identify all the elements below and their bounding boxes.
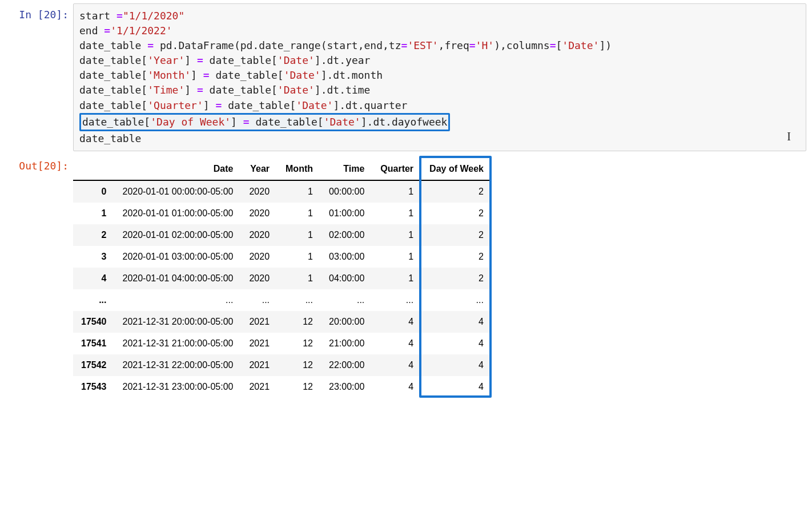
cell: 12 xyxy=(278,311,321,333)
cell: 4 xyxy=(421,333,492,354)
cell: 2021-12-31 23:00:00-05:00 xyxy=(115,376,242,398)
code-line-2: end ='1/1/2022' xyxy=(79,25,172,37)
cell: 4 xyxy=(372,333,421,354)
cell: 1 xyxy=(278,246,321,268)
code-line-3: date_table = pd.DataFrame(pd.date_range(… xyxy=(79,39,612,51)
cell: 1 xyxy=(372,246,421,268)
input-prompt: In [20]: xyxy=(6,3,73,21)
cell: 2 xyxy=(421,203,492,224)
cell: 1 xyxy=(278,180,321,203)
cell: 2020 xyxy=(241,224,278,246)
col-month: Month xyxy=(278,158,321,180)
code-line-1: start ="1/1/2020" xyxy=(79,10,184,22)
cell: 20:00:00 xyxy=(321,311,372,333)
table-row: 12020-01-01 01:00:00-05:002020101:00:001… xyxy=(73,203,492,224)
cell: 4 xyxy=(421,376,492,398)
output-prompt: Out[20]: xyxy=(6,155,73,172)
cell: ... xyxy=(421,289,492,311)
cell: 2021 xyxy=(241,333,278,354)
code-line-9: date_table xyxy=(79,132,141,144)
row-index: 17543 xyxy=(73,376,115,398)
table-header: Date Year Month Time Quarter Day of Week xyxy=(73,158,492,180)
cell: 1 xyxy=(372,180,421,203)
cell: ... xyxy=(321,289,372,311)
table-row: 175412021-12-31 21:00:00-05:0020211221:0… xyxy=(73,333,492,354)
col-dayofweek: Day of Week xyxy=(421,158,492,180)
cell: 02:00:00 xyxy=(321,224,372,246)
input-cell: In [20]: start ="1/1/2020" end ='1/1/202… xyxy=(6,3,806,151)
table-row: 42020-01-01 04:00:00-05:002020104:00:001… xyxy=(73,268,492,289)
cell: 2020-01-01 04:00:00-05:00 xyxy=(115,268,242,289)
cell: 4 xyxy=(372,376,421,398)
dataframe-table: Date Year Month Time Quarter Day of Week… xyxy=(73,158,492,398)
cell: 23:00:00 xyxy=(321,376,372,398)
output-area: Date Year Month Time Quarter Day of Week… xyxy=(73,155,806,399)
cell: 2020-01-01 02:00:00-05:00 xyxy=(115,224,242,246)
table-body: 02020-01-01 00:00:00-05:002020100:00:001… xyxy=(73,180,492,398)
cell: 2021-12-31 21:00:00-05:00 xyxy=(115,333,242,354)
cell: 2020-01-01 03:00:00-05:00 xyxy=(115,246,242,268)
row-index: 3 xyxy=(73,246,115,268)
cell: 2021-12-31 20:00:00-05:00 xyxy=(115,311,242,333)
cell: 04:00:00 xyxy=(321,268,372,289)
col-year: Year xyxy=(241,158,278,180)
row-index: 4 xyxy=(73,268,115,289)
cell: ... xyxy=(372,289,421,311)
row-index: 17540 xyxy=(73,311,115,333)
cell: 21:00:00 xyxy=(321,333,372,354)
cell: 1 xyxy=(372,268,421,289)
code-line-7: date_table['Quarter'] = date_table['Date… xyxy=(79,99,407,111)
col-index xyxy=(73,158,115,180)
cell: 1 xyxy=(278,203,321,224)
table-row: 02020-01-01 00:00:00-05:002020100:00:001… xyxy=(73,180,492,203)
code-line-4: date_table['Year'] = date_table['Date'].… xyxy=(79,54,370,66)
cell: 12 xyxy=(278,376,321,398)
cell: 1 xyxy=(372,224,421,246)
cell: 2020 xyxy=(241,246,278,268)
output-cell: Out[20]: Date Year Month Time Quarter Da… xyxy=(6,155,806,399)
cell: ... xyxy=(115,289,242,311)
code-line-8-highlighted: date_table['Day of Week'] = date_table['… xyxy=(79,113,450,131)
cell: 03:00:00 xyxy=(321,246,372,268)
cell: 4 xyxy=(372,311,421,333)
cell: 12 xyxy=(278,354,321,376)
cell: 2 xyxy=(421,224,492,246)
row-index: 17541 xyxy=(73,333,115,354)
table-row: 22020-01-01 02:00:00-05:002020102:00:001… xyxy=(73,224,492,246)
cell: 2020-01-01 01:00:00-05:00 xyxy=(115,203,242,224)
table-row: ..................... xyxy=(73,289,492,311)
cell: 2020 xyxy=(241,180,278,203)
cell: 22:00:00 xyxy=(321,354,372,376)
table-row: 175422021-12-31 22:00:00-05:0020211222:0… xyxy=(73,354,492,376)
code-input[interactable]: start ="1/1/2020" end ='1/1/2022' date_t… xyxy=(73,3,806,151)
row-index: 17542 xyxy=(73,354,115,376)
row-index: 0 xyxy=(73,180,115,203)
cell: 2021 xyxy=(241,376,278,398)
cell: 00:00:00 xyxy=(321,180,372,203)
code-line-5: date_table['Month'] = date_table['Date']… xyxy=(79,69,383,81)
cell: 1 xyxy=(372,203,421,224)
output-wrapper: Date Year Month Time Quarter Day of Week… xyxy=(73,156,492,398)
cell: 2021 xyxy=(241,311,278,333)
row-index: ... xyxy=(73,289,115,311)
cell: 2 xyxy=(421,268,492,289)
cell: 2020-01-01 00:00:00-05:00 xyxy=(115,180,242,203)
table-row: 32020-01-01 03:00:00-05:002020103:00:001… xyxy=(73,246,492,268)
cell: 2020 xyxy=(241,203,278,224)
code-line-6: date_table['Time'] = date_table['Date'].… xyxy=(79,84,370,96)
cell: 4 xyxy=(372,354,421,376)
row-index: 2 xyxy=(73,224,115,246)
table-row: 175402021-12-31 20:00:00-05:0020211220:0… xyxy=(73,311,492,333)
row-index: 1 xyxy=(73,203,115,224)
cell: 12 xyxy=(278,333,321,354)
table-row: 175432021-12-31 23:00:00-05:0020211223:0… xyxy=(73,376,492,398)
col-quarter: Quarter xyxy=(372,158,421,180)
cell: 4 xyxy=(421,311,492,333)
cell: ... xyxy=(241,289,278,311)
cell: ... xyxy=(278,289,321,311)
cell: 1 xyxy=(278,224,321,246)
col-date: Date xyxy=(115,158,242,180)
text-cursor-icon: I xyxy=(787,128,791,145)
cell: 4 xyxy=(421,354,492,376)
cell: 2020 xyxy=(241,268,278,289)
